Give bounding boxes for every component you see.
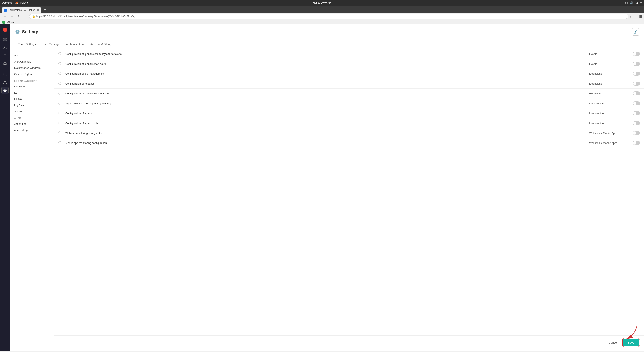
firefox-label[interactable]: 🦊 Firefox ▾: [15, 2, 28, 4]
info-icon: ⓘ: [58, 52, 62, 56]
permission-toggle[interactable]: [633, 72, 640, 76]
table-row: ⓘ Configuration of global custom payload…: [54, 49, 644, 59]
sidebar-item-custom-payload[interactable]: Custom Payload: [10, 71, 54, 77]
tab-authentication[interactable]: Authentication: [63, 40, 87, 49]
sidebar-section-audit: AUDIT: [10, 115, 54, 121]
nav-dashboard-icon[interactable]: [2, 36, 9, 43]
sidebar-item-alert-channels[interactable]: Alert Channels: [10, 59, 54, 65]
permission-toggle[interactable]: [633, 82, 640, 86]
table-row: ⓘ Configuration of releases Extensions: [54, 79, 644, 89]
app-logo-icon[interactable]: 🔴: [2, 26, 9, 34]
settings-header: ⚙️ Settings 🔗: [10, 24, 644, 40]
tab-account-billing[interactable]: Account & Billing: [87, 40, 115, 49]
table-row: ⓘ Configuration of service level indicat…: [54, 89, 644, 99]
power-icon[interactable]: ⏻: [636, 2, 638, 4]
permission-toggle[interactable]: [633, 101, 640, 105]
link-button[interactable]: 🔗: [632, 28, 639, 36]
vcenter-favicon: [2, 21, 5, 24]
permissions-main: ⓘ Configuration of global custom payload…: [54, 49, 644, 335]
info-icon: ⓘ: [58, 72, 62, 76]
tab-favicon: [4, 9, 7, 12]
forward-button[interactable]: →: [9, 14, 15, 19]
sidebar-item-maintenance-windows[interactable]: Maintenance Windows: [10, 65, 54, 71]
url-text: https://10.0.0.2.nip.io/#/config/team/ac…: [36, 15, 135, 18]
permission-name: Configuration of agent mode: [65, 122, 586, 125]
info-icon: ⓘ: [58, 121, 62, 125]
vcenter-bookmark[interactable]: vCenter: [7, 21, 15, 24]
sidebar-item-alerts[interactable]: Alerts: [10, 52, 54, 59]
svg-rect-2: [4, 40, 5, 41]
permission-name: Configuration of global Smart Alerts: [65, 62, 586, 65]
settings-title: ⚙️ Settings: [15, 29, 40, 35]
nav-alert-icon[interactable]: [2, 79, 9, 86]
network-icon: ⛙: [625, 2, 628, 4]
permission-name: Configuration of global custom payload f…: [65, 53, 586, 56]
permission-name: Configuration of agents: [65, 112, 586, 115]
sidebar-item-humio[interactable]: Humio: [10, 96, 54, 102]
table-row: ⓘ Configuration of agents Infrastructure: [54, 108, 644, 118]
info-icon: ⓘ: [58, 92, 62, 95]
permission-toggle[interactable]: [633, 111, 640, 115]
table-row: ⓘ Configuration of agent mode Infrastruc…: [54, 118, 644, 128]
bookmark-star-icon[interactable]: ☆: [630, 15, 633, 18]
volume-icon: 🔊: [630, 2, 633, 4]
permission-category: Infrastructure: [589, 102, 630, 105]
cancel-button[interactable]: Cancel: [605, 339, 620, 346]
menu-icon[interactable]: ☰: [639, 15, 642, 18]
sidebar-item-logdna[interactable]: LogDNA: [10, 102, 54, 108]
permission-toggle[interactable]: [633, 121, 640, 125]
address-bar[interactable]: 🔒 https://10.0.0.2.nip.io/#/config/team/…: [29, 14, 628, 19]
permission-category: Events: [589, 62, 630, 65]
info-icon: ⓘ: [58, 111, 62, 115]
info-icon: ⓘ: [58, 131, 62, 135]
nav-people-icon[interactable]: [2, 44, 9, 51]
permission-toggle[interactable]: [633, 141, 640, 145]
sidebar-item-coralogix[interactable]: Coralogix: [10, 83, 54, 90]
table-row: ⓘ Website monitoring configuration Websi…: [54, 128, 644, 138]
nav-search-icon[interactable]: [2, 71, 9, 78]
browser-toolbar: ← → ↻ ⌂ 🔒 https://10.0.0.2.nip.io/#/conf…: [0, 13, 644, 20]
shield-icon: 🛡: [634, 15, 638, 18]
permission-category: Events: [589, 53, 630, 56]
page-title: Settings: [22, 29, 40, 35]
browser-tab[interactable]: Permissions – API Token ✕: [2, 8, 41, 13]
svg-point-13: [5, 345, 5, 345]
sidebar-item-elk[interactable]: ELK: [10, 90, 54, 96]
bookmarks-bar: vCenter: [0, 20, 644, 24]
tab-user-settings[interactable]: User Settings: [39, 40, 63, 49]
tab-close-button[interactable]: ✕: [37, 9, 39, 12]
svg-point-4: [4, 46, 5, 48]
svg-rect-1: [6, 38, 6, 39]
reload-button[interactable]: ↻: [16, 14, 22, 19]
settings-gear-icon: ⚙️: [15, 30, 20, 34]
new-tab-button[interactable]: +: [42, 7, 48, 13]
nav-more-icon[interactable]: [2, 341, 9, 349]
permission-toggle[interactable]: [633, 131, 640, 135]
activities-label[interactable]: Activities: [2, 2, 12, 4]
permission-toggle[interactable]: [633, 62, 640, 66]
svg-point-7: [4, 73, 6, 75]
svg-point-12: [4, 345, 4, 345]
nav-layers-icon[interactable]: [2, 60, 9, 67]
os-bar: Activities 🦊 Firefox ▾ Mar 30 10:07 AM ⛙…: [0, 0, 644, 6]
sidebar-item-access-log[interactable]: Access Log: [10, 127, 54, 133]
sidebar-item-splunk[interactable]: Splunk: [10, 108, 54, 115]
permission-toggle[interactable]: [633, 91, 640, 96]
settings-footer: Cancel Save: [54, 335, 644, 349]
permission-name: Website monitoring configuration: [65, 132, 586, 135]
permission-toggle[interactable]: [633, 52, 640, 56]
tab-team-settings[interactable]: Team Settings: [15, 40, 39, 49]
permission-category: Extensions: [589, 92, 630, 95]
svg-rect-3: [6, 40, 6, 41]
save-button[interactable]: Save: [623, 339, 639, 346]
svg-point-5: [5, 48, 6, 49]
settings-panel: ⚙️ Settings 🔗 Team Settings User Setting…: [10, 24, 644, 351]
nav-settings-icon[interactable]: [2, 87, 9, 94]
sidebar-item-action-log[interactable]: Action Log: [10, 121, 54, 127]
permission-name: Configuration of releases: [65, 82, 586, 85]
app-container: 🔴 ⚙️ Settings: [0, 24, 644, 351]
nav-shield-icon[interactable]: [2, 52, 9, 59]
home-button[interactable]: ⌂: [23, 14, 28, 19]
back-button[interactable]: ←: [2, 14, 8, 19]
expand-icon[interactable]: ▾: [640, 2, 642, 4]
